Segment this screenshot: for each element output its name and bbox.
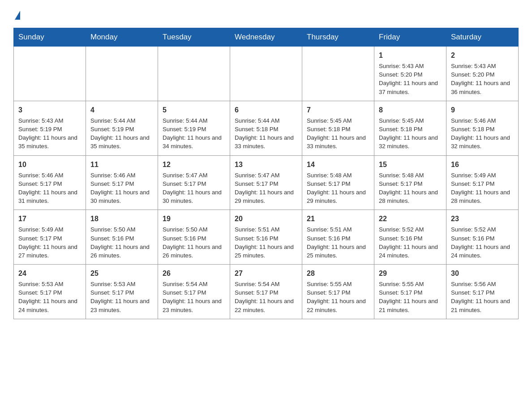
day-number: 15 (379, 159, 442, 170)
calendar-cell: 5Sunrise: 5:44 AM Sunset: 5:19 PM Daylig… (158, 101, 230, 155)
calendar-cell: 27Sunrise: 5:54 AM Sunset: 5:17 PM Dayli… (230, 265, 302, 319)
day-info: Sunrise: 5:43 AM Sunset: 5:20 PM Dayligh… (451, 62, 514, 96)
calendar-cell: 30Sunrise: 5:56 AM Sunset: 5:17 PM Dayli… (446, 265, 519, 319)
day-number: 23 (451, 214, 514, 224)
day-info: Sunrise: 5:55 AM Sunset: 5:17 PM Dayligh… (379, 280, 442, 314)
day-number: 21 (307, 214, 369, 224)
day-info: Sunrise: 5:52 AM Sunset: 5:16 PM Dayligh… (379, 225, 442, 260)
day-number: 7 (307, 105, 369, 115)
day-info: Sunrise: 5:47 AM Sunset: 5:17 PM Dayligh… (235, 171, 297, 206)
day-info: Sunrise: 5:48 AM Sunset: 5:17 PM Dayligh… (307, 171, 369, 206)
calendar-cell: 25Sunrise: 5:53 AM Sunset: 5:17 PM Dayli… (86, 265, 158, 319)
calendar-cell: 22Sunrise: 5:52 AM Sunset: 5:16 PM Dayli… (374, 210, 446, 265)
calendar-cell: 10Sunrise: 5:46 AM Sunset: 5:17 PM Dayli… (14, 155, 86, 210)
day-number: 27 (235, 268, 297, 278)
day-info: Sunrise: 5:43 AM Sunset: 5:20 PM Dayligh… (379, 62, 442, 96)
calendar-cell: 15Sunrise: 5:48 AM Sunset: 5:17 PM Dayli… (374, 155, 446, 210)
day-number: 5 (163, 105, 225, 115)
day-number: 29 (379, 268, 442, 278)
day-number: 8 (379, 105, 442, 115)
day-number: 28 (307, 268, 369, 278)
calendar-cell: 24Sunrise: 5:53 AM Sunset: 5:17 PM Dayli… (14, 265, 86, 319)
calendar-cell: 14Sunrise: 5:48 AM Sunset: 5:17 PM Dayli… (302, 155, 374, 210)
calendar-cell: 7Sunrise: 5:45 AM Sunset: 5:18 PM Daylig… (302, 101, 374, 155)
day-info: Sunrise: 5:50 AM Sunset: 5:16 PM Dayligh… (90, 225, 153, 260)
day-number: 19 (163, 214, 225, 224)
weekday-header-monday: Monday (86, 28, 158, 47)
calendar-cell: 1Sunrise: 5:43 AM Sunset: 5:20 PM Daylig… (374, 47, 446, 101)
day-number: 13 (235, 159, 297, 170)
calendar-cell: 8Sunrise: 5:45 AM Sunset: 5:18 PM Daylig… (374, 101, 446, 155)
day-number: 16 (451, 159, 514, 170)
day-number: 26 (163, 268, 225, 278)
calendar-cell: 17Sunrise: 5:49 AM Sunset: 5:17 PM Dayli… (14, 210, 86, 265)
day-number: 12 (163, 159, 225, 170)
day-info: Sunrise: 5:52 AM Sunset: 5:16 PM Dayligh… (451, 225, 514, 260)
page-header (13, 9, 519, 19)
calendar-cell: 12Sunrise: 5:47 AM Sunset: 5:17 PM Dayli… (158, 155, 230, 210)
day-info: Sunrise: 5:51 AM Sunset: 5:16 PM Dayligh… (307, 225, 369, 260)
day-info: Sunrise: 5:55 AM Sunset: 5:17 PM Dayligh… (307, 280, 369, 314)
week-row-4: 17Sunrise: 5:49 AM Sunset: 5:17 PM Dayli… (14, 210, 519, 265)
calendar-cell (230, 47, 302, 101)
calendar-cell: 20Sunrise: 5:51 AM Sunset: 5:16 PM Dayli… (230, 210, 302, 265)
day-info: Sunrise: 5:53 AM Sunset: 5:17 PM Dayligh… (90, 280, 153, 314)
day-info: Sunrise: 5:54 AM Sunset: 5:17 PM Dayligh… (235, 280, 297, 314)
calendar-cell: 6Sunrise: 5:44 AM Sunset: 5:18 PM Daylig… (230, 101, 302, 155)
day-info: Sunrise: 5:45 AM Sunset: 5:18 PM Dayligh… (379, 116, 442, 151)
day-info: Sunrise: 5:46 AM Sunset: 5:17 PM Dayligh… (18, 171, 81, 206)
calendar-cell: 4Sunrise: 5:44 AM Sunset: 5:19 PM Daylig… (86, 101, 158, 155)
calendar-cell: 11Sunrise: 5:46 AM Sunset: 5:17 PM Dayli… (86, 155, 158, 210)
day-number: 30 (451, 268, 514, 278)
calendar-cell (158, 47, 230, 101)
day-number: 20 (235, 214, 297, 224)
day-info: Sunrise: 5:53 AM Sunset: 5:17 PM Dayligh… (18, 280, 81, 314)
day-number: 3 (18, 105, 81, 115)
day-number: 10 (18, 159, 81, 170)
day-info: Sunrise: 5:51 AM Sunset: 5:16 PM Dayligh… (235, 225, 297, 260)
calendar-table: SundayMondayTuesdayWednesdayThursdayFrid… (13, 28, 519, 319)
day-info: Sunrise: 5:46 AM Sunset: 5:18 PM Dayligh… (451, 116, 514, 151)
calendar-cell (14, 47, 86, 101)
calendar-cell: 18Sunrise: 5:50 AM Sunset: 5:16 PM Dayli… (86, 210, 158, 265)
day-number: 17 (18, 214, 81, 224)
weekday-header-thursday: Thursday (302, 28, 374, 47)
day-info: Sunrise: 5:44 AM Sunset: 5:19 PM Dayligh… (90, 116, 153, 151)
day-number: 11 (90, 159, 153, 170)
calendar-cell: 28Sunrise: 5:55 AM Sunset: 5:17 PM Dayli… (302, 265, 374, 319)
week-row-3: 10Sunrise: 5:46 AM Sunset: 5:17 PM Dayli… (14, 155, 519, 210)
calendar-cell: 19Sunrise: 5:50 AM Sunset: 5:16 PM Dayli… (158, 210, 230, 265)
day-info: Sunrise: 5:48 AM Sunset: 5:17 PM Dayligh… (379, 171, 442, 206)
calendar-cell: 29Sunrise: 5:55 AM Sunset: 5:17 PM Dayli… (374, 265, 446, 319)
day-info: Sunrise: 5:43 AM Sunset: 5:19 PM Dayligh… (18, 116, 81, 151)
day-number: 18 (90, 214, 153, 224)
week-row-5: 24Sunrise: 5:53 AM Sunset: 5:17 PM Dayli… (14, 265, 519, 319)
calendar-cell: 9Sunrise: 5:46 AM Sunset: 5:18 PM Daylig… (446, 101, 519, 155)
day-number: 4 (90, 105, 153, 115)
logo-triangle-icon (15, 11, 20, 20)
day-info: Sunrise: 5:49 AM Sunset: 5:17 PM Dayligh… (18, 225, 81, 260)
day-number: 6 (235, 105, 297, 115)
calendar-cell: 26Sunrise: 5:54 AM Sunset: 5:17 PM Dayli… (158, 265, 230, 319)
day-info: Sunrise: 5:50 AM Sunset: 5:16 PM Dayligh… (163, 225, 225, 260)
day-number: 25 (90, 268, 153, 278)
calendar-cell (86, 47, 158, 101)
logo (13, 9, 20, 19)
week-row-1: 1Sunrise: 5:43 AM Sunset: 5:20 PM Daylig… (14, 47, 519, 101)
calendar-cell: 2Sunrise: 5:43 AM Sunset: 5:20 PM Daylig… (446, 47, 519, 101)
day-number: 24 (18, 268, 81, 278)
day-number: 22 (379, 214, 442, 224)
day-info: Sunrise: 5:47 AM Sunset: 5:17 PM Dayligh… (163, 171, 225, 206)
weekday-header-tuesday: Tuesday (158, 28, 230, 47)
weekday-header-row: SundayMondayTuesdayWednesdayThursdayFrid… (14, 28, 519, 47)
calendar-cell: 16Sunrise: 5:49 AM Sunset: 5:17 PM Dayli… (446, 155, 519, 210)
day-number: 2 (451, 50, 514, 60)
calendar-cell: 21Sunrise: 5:51 AM Sunset: 5:16 PM Dayli… (302, 210, 374, 265)
weekday-header-sunday: Sunday (14, 28, 86, 47)
weekday-header-friday: Friday (374, 28, 446, 47)
day-info: Sunrise: 5:44 AM Sunset: 5:18 PM Dayligh… (235, 116, 297, 151)
calendar-cell: 3Sunrise: 5:43 AM Sunset: 5:19 PM Daylig… (14, 101, 86, 155)
day-number: 1 (379, 50, 442, 60)
weekday-header-saturday: Saturday (446, 28, 519, 47)
day-info: Sunrise: 5:46 AM Sunset: 5:17 PM Dayligh… (90, 171, 153, 206)
